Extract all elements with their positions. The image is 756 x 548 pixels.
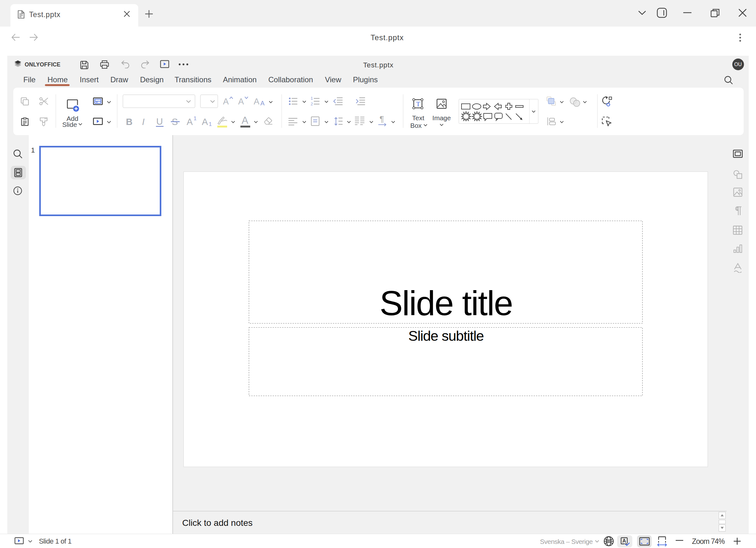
svg-text:1: 1 bbox=[311, 97, 313, 101]
svg-text:2: 2 bbox=[311, 102, 313, 106]
svg-text:T: T bbox=[416, 100, 420, 108]
svg-text:¶: ¶ bbox=[380, 115, 384, 124]
svg-text:A: A bbox=[623, 538, 626, 544]
